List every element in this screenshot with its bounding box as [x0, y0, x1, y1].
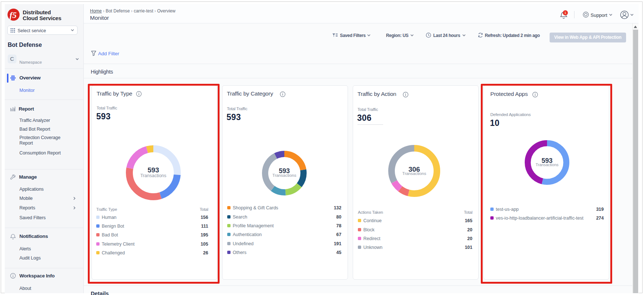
svg-text:f5: f5	[10, 11, 16, 20]
